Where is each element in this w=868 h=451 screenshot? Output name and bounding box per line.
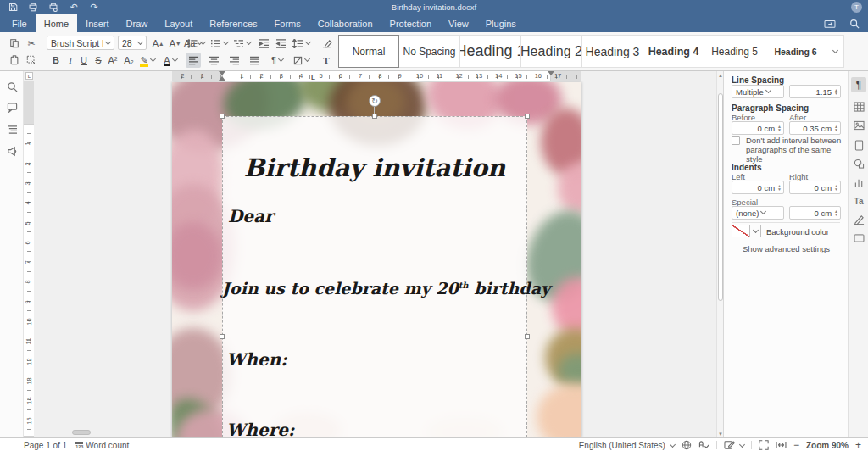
bold-button[interactable]: B <box>48 53 64 68</box>
font-size-select[interactable]: 28 <box>118 36 147 50</box>
spacing-before-input[interactable]: 0 cm▲▼ <box>732 121 784 135</box>
line-spacing-value-input[interactable]: 1.15▲▼ <box>789 85 841 98</box>
underline-button[interactable]: U <box>76 53 92 68</box>
navigation-headings-icon[interactable] <box>5 122 19 136</box>
no-interval-checkbox[interactable] <box>732 136 740 145</box>
tab-view[interactable]: View <box>440 14 477 32</box>
invitation-body-line[interactable]: Join us to celebrate my 20th birthday <box>222 279 527 298</box>
signature-settings-icon[interactable] <box>851 212 866 227</box>
style-no-spacing[interactable]: No Spacing <box>399 35 460 68</box>
font-name-select[interactable]: Brush Script M <box>47 36 114 50</box>
style-normal[interactable]: Normal <box>338 35 399 68</box>
shape-settings-icon[interactable] <box>851 156 866 171</box>
selection-handle-mid-right[interactable] <box>525 334 530 339</box>
subscript-button[interactable]: A₂ <box>121 53 136 68</box>
tab-protection[interactable]: Protection <box>381 14 441 32</box>
numbering-button[interactable] <box>209 36 229 51</box>
find-icon[interactable] <box>5 80 19 93</box>
superscript-button[interactable]: A² <box>105 53 120 68</box>
align-justify-button[interactable] <box>247 53 262 68</box>
highlight-color-button[interactable]: ✎ <box>137 53 158 68</box>
style-heading-5[interactable]: Heading 5 <box>704 35 765 68</box>
tab-layout[interactable]: Layout <box>156 14 201 32</box>
feedback-icon[interactable] <box>5 144 19 158</box>
strikeout-button[interactable]: S <box>91 53 106 68</box>
hanging-indent-marker[interactable] <box>219 76 225 81</box>
background-color-swatch[interactable] <box>732 225 750 237</box>
set-language-icon[interactable] <box>682 440 692 450</box>
image-settings-icon[interactable] <box>851 118 866 133</box>
select-all-button[interactable] <box>24 53 39 68</box>
tab-collaboration[interactable]: Collaboration <box>309 14 381 32</box>
tab-stop-selector[interactable]: L <box>25 72 33 80</box>
copy-style-button[interactable]: Т <box>319 53 334 68</box>
word-count-button[interactable]: 123 Word count <box>75 441 129 450</box>
align-right-button[interactable] <box>226 53 242 68</box>
paragraph-shading-button[interactable] <box>291 53 311 68</box>
special-indent-value-input[interactable]: 0 cm▲▼ <box>789 206 841 220</box>
invitation-when-line[interactable]: When: <box>226 349 287 370</box>
paragraph-settings-icon[interactable]: ¶ <box>851 77 866 92</box>
invitation-title[interactable]: Birthday invitation <box>222 153 527 182</box>
styles-gallery-expand-button[interactable] <box>826 35 844 68</box>
font-color-button[interactable]: A <box>160 53 181 68</box>
tab-forms[interactable]: Forms <box>266 14 309 32</box>
save-icon[interactable] <box>3 1 22 14</box>
chart-settings-icon[interactable] <box>851 175 866 190</box>
tab-draw[interactable]: Draw <box>118 14 157 32</box>
copy-button[interactable] <box>7 36 22 51</box>
open-file-location-icon[interactable] <box>824 19 836 29</box>
selection-handle-top-right[interactable] <box>525 114 530 119</box>
background-color-dropdown[interactable] <box>750 225 761 237</box>
multilevel-list-button[interactable] <box>231 36 252 51</box>
selection-handle-mid-left[interactable] <box>220 334 225 339</box>
text-art-settings-icon[interactable]: Ta <box>851 193 866 209</box>
vertical-scrollbar[interactable]: ▲ ▼ <box>716 71 723 437</box>
clear-style-button[interactable] <box>319 36 334 51</box>
style-heading-3[interactable]: Heading 3 <box>582 35 643 68</box>
tab-plugins[interactable]: Plugins <box>477 14 525 32</box>
style-heading-6[interactable]: Heading 6 <box>765 35 826 68</box>
redo-icon[interactable]: ↷ <box>85 1 103 14</box>
comments-icon[interactable] <box>5 100 19 114</box>
search-icon[interactable] <box>849 19 860 29</box>
indent-left-input[interactable]: 0 cm▲▼ <box>732 181 784 194</box>
line-spacing-type-select[interactable]: Multiple <box>732 85 784 98</box>
spell-checking-icon[interactable] <box>698 440 709 450</box>
fit-to-width-button[interactable] <box>776 441 787 449</box>
quick-print-icon[interactable] <box>44 1 63 14</box>
align-left-button[interactable] <box>186 53 201 68</box>
tab-file[interactable]: File <box>3 14 36 32</box>
header-footer-settings-icon[interactable] <box>851 137 866 153</box>
paste-button[interactable] <box>7 53 22 68</box>
zoom-out-button[interactable]: − <box>793 439 799 451</box>
user-avatar[interactable]: T <box>851 2 862 13</box>
spacing-after-input[interactable]: 0.35 cm▲▼ <box>789 121 841 135</box>
selection-handle-top-center[interactable] <box>372 114 377 119</box>
invitation-dear-line[interactable]: Dear <box>228 206 274 226</box>
increase-indent-button[interactable] <box>273 36 288 51</box>
print-icon[interactable] <box>24 1 42 14</box>
table-settings-icon[interactable] <box>851 99 866 114</box>
mail-merge-settings-icon[interactable] <box>851 231 866 246</box>
tab-references[interactable]: References <box>201 14 265 32</box>
special-indent-select[interactable]: (none) <box>732 206 784 220</box>
undo-icon[interactable]: ↶ <box>64 1 83 14</box>
tab-insert[interactable]: Insert <box>77 14 118 32</box>
decrease-indent-button[interactable] <box>256 36 271 51</box>
cut-button[interactable]: ✂ <box>24 36 39 51</box>
first-line-indent-marker[interactable] <box>219 71 225 75</box>
language-select[interactable]: English (United States) <box>579 441 675 450</box>
bullets-button[interactable] <box>186 36 206 51</box>
fit-to-page-button[interactable] <box>759 440 769 450</box>
show-advanced-settings-link[interactable]: Show advanced settings <box>724 244 849 253</box>
document-canvas[interactable]: Birthday invitation Dear Join us to cele… <box>34 81 716 437</box>
rotation-handle[interactable]: ↻ <box>369 95 381 107</box>
nonprinting-characters-button[interactable]: ¶ <box>267 53 287 68</box>
right-indent-marker[interactable] <box>548 71 554 75</box>
selection-handle-top-left[interactable] <box>220 114 225 119</box>
track-changes-button[interactable] <box>724 440 744 450</box>
line-spacing-button[interactable] <box>290 36 312 51</box>
indent-right-input[interactable]: 0 cm▲▼ <box>789 181 841 194</box>
tab-stop-marker[interactable]: L <box>311 75 315 81</box>
